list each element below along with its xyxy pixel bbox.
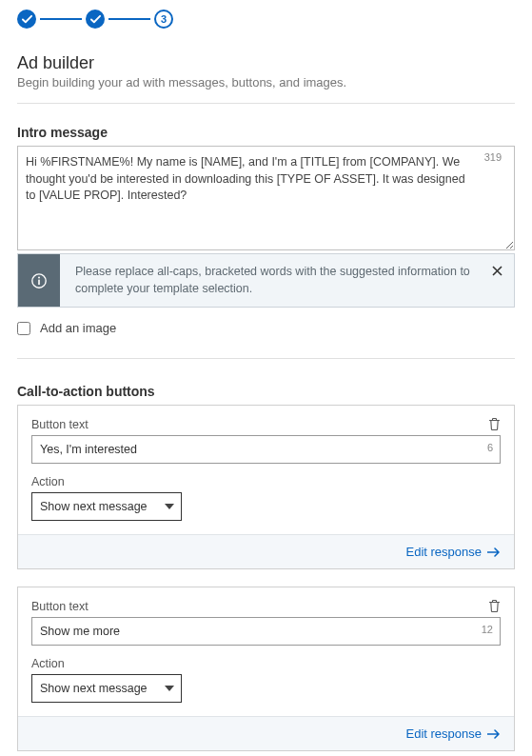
step-number: 3 xyxy=(161,13,167,25)
check-icon xyxy=(22,14,32,25)
edit-response-label: Edit response xyxy=(406,545,483,559)
arrow-right-icon xyxy=(487,547,501,557)
button-text-label: Button text xyxy=(31,418,89,431)
edit-response-label: Edit response xyxy=(406,726,483,741)
add-image-checkbox[interactable] xyxy=(17,322,30,335)
svg-point-1 xyxy=(38,276,40,278)
action-label: Action xyxy=(31,657,501,670)
info-banner: Please replace all-caps, bracketed words… xyxy=(17,253,515,308)
step-3-current[interactable]: 3 xyxy=(154,10,173,29)
action-label: Action xyxy=(31,475,501,488)
cta-button-text-input[interactable] xyxy=(31,617,501,646)
add-image-label[interactable]: Add an image xyxy=(40,321,116,335)
divider xyxy=(17,358,515,359)
cta-char-count: 12 xyxy=(482,624,493,635)
cta-action-select[interactable]: Show next message xyxy=(31,492,182,521)
check-icon xyxy=(90,14,101,25)
divider xyxy=(17,103,515,104)
cta-action-value: Show next message xyxy=(40,500,148,513)
delete-cta-button[interactable] xyxy=(488,599,501,613)
page-title: Ad builder xyxy=(17,53,515,73)
cta-section-label: Call-to-action buttons xyxy=(17,384,515,399)
cta-action-select[interactable]: Show next message xyxy=(31,674,182,703)
intro-char-count: 319 xyxy=(484,151,502,163)
svg-rect-2 xyxy=(38,279,40,284)
trash-icon xyxy=(488,599,501,613)
step-1-done[interactable] xyxy=(17,10,36,29)
stepper: 3 xyxy=(17,10,515,29)
edit-response-link[interactable]: Edit response xyxy=(406,545,502,559)
button-text-label: Button text xyxy=(31,600,89,613)
cta-button-card: Button text 12 Action Show next message … xyxy=(17,587,515,751)
trash-icon xyxy=(488,417,501,431)
page-subtitle: Begin building your ad with messages, bu… xyxy=(17,75,515,90)
cta-char-count: 6 xyxy=(487,442,493,453)
step-connector xyxy=(108,18,150,20)
arrow-right-icon xyxy=(487,729,501,739)
delete-cta-button[interactable] xyxy=(488,417,501,431)
intro-message-textarea[interactable] xyxy=(17,146,515,250)
close-icon xyxy=(492,266,502,276)
step-connector xyxy=(40,18,82,20)
cta-action-value: Show next message xyxy=(40,682,148,695)
edit-response-link[interactable]: Edit response xyxy=(406,726,502,741)
cta-button-text-input[interactable] xyxy=(31,435,501,464)
info-banner-text: Please replace all-caps, bracketed words… xyxy=(60,254,492,307)
info-banner-close-button[interactable] xyxy=(492,254,514,307)
step-2-done[interactable] xyxy=(86,10,105,29)
intro-label: Intro message xyxy=(17,125,515,140)
info-icon xyxy=(18,254,60,307)
cta-button-card: Button text 6 Action Show next message E… xyxy=(17,405,515,569)
